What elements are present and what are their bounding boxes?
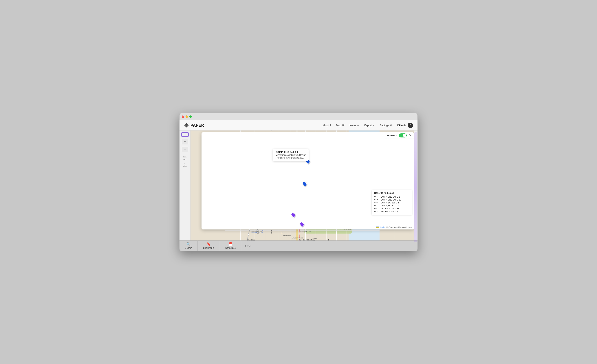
right-sidebar <box>414 131 417 240</box>
svg-text:Clark Street: Clark Street <box>247 239 255 240</box>
legend-type-3: LEC <box>374 205 379 207</box>
bookmarks-tab-label: Bookmarks <box>203 247 214 249</box>
svg-text:P: P <box>282 232 283 234</box>
minimap-overlay: MINIMAP ✕ COMP_ENG 346-0-1 Microprocesso… <box>202 132 414 230</box>
search-tab-icon: 🔍 <box>187 242 190 246</box>
bookmarks-tab[interactable]: 🔖 Bookmarks <box>198 241 220 251</box>
title-bar <box>180 113 417 120</box>
app-body: PAPER About ℹ Map 🗺 Notes ✏ Export ↗ <box>180 120 417 251</box>
nav-about-label: About <box>322 124 329 127</box>
legend-box: Hover to find class LEC COMP_ENG 346-0-1… <box>372 190 412 215</box>
export-icon: ↗ <box>373 124 375 127</box>
map-icon: 🗺 <box>342 124 344 127</box>
location-popup[interactable]: COMP_ENG 346-0-1 Microprocessor System D… <box>273 149 309 161</box>
sidebar-zoom-out-button[interactable]: − <box>182 147 188 152</box>
user-badge: Dilan N D <box>397 123 413 128</box>
schedules-tab[interactable]: 📅 Schedules <box>220 241 241 251</box>
legend-item-2: SEM COMP_SCI 396-0-4 <box>374 201 409 204</box>
map-pin-4[interactable] <box>300 222 304 226</box>
svg-text:✛: ✛ <box>328 239 329 240</box>
traffic-lights <box>182 116 192 118</box>
minimap-toggle[interactable] <box>399 133 407 138</box>
nav-settings-label: Settings <box>380 124 389 127</box>
main-content: + − Sea...No...n...usin... <box>180 131 417 240</box>
legend-course-5: RELIGION 210-0-20 <box>381 210 399 213</box>
legend-type-1: LAB <box>374 199 379 201</box>
nav-settings[interactable]: Settings ⚙ <box>380 124 392 127</box>
minimap-close-button[interactable]: ✕ <box>409 134 412 137</box>
pin-blue-icon-2 <box>302 181 308 187</box>
nav-export-label: Export <box>364 124 372 127</box>
svg-text:Emerson Street: Emerson Street <box>300 230 311 232</box>
bottom-bar: 🔍 Search 🔖 Bookmarks 📅 Schedules 6 PM <box>180 240 417 251</box>
minimize-button[interactable] <box>186 116 188 118</box>
bookmarks-tab-icon: 🔖 <box>207 242 211 246</box>
legend-course-0: COMP_ENG 346-0-1 <box>381 196 400 198</box>
legend-type-0: LEC <box>374 196 379 198</box>
popup-course-name: Microprocessor System Design <box>275 154 306 156</box>
pin-purple-icon-2 <box>299 221 305 227</box>
edit-icon: ✏ <box>357 124 359 127</box>
legend-course-2: COMP_SCI 396-0-4 <box>381 201 399 204</box>
nav-notes-label: Notes <box>349 124 356 127</box>
search-tab-label: Search <box>185 247 192 249</box>
osm-attribution: © OpenStreetMap contributors <box>387 226 412 228</box>
sidebar-zoom-in-button[interactable]: + <box>182 139 188 144</box>
paper-logo-icon <box>184 123 189 128</box>
nav-links: About ℹ Map 🗺 Notes ✏ Export ↗ Settings <box>322 123 413 128</box>
legend-type-5: LEC <box>374 210 379 213</box>
legend-item-3: LEC COMP_SCI 327-0-1 <box>374 204 409 207</box>
legend-type-2: SEM <box>374 201 379 204</box>
legend-item-5: LEC RELIGION 210-0-20 <box>374 210 409 213</box>
left-sidebar: + − Sea...No...n...usin... <box>180 131 190 240</box>
svg-text:Arch: Arch <box>313 239 316 240</box>
popup-location: Frances Searle Building 2407 <box>275 156 306 159</box>
map-pin-3[interactable] <box>291 213 295 217</box>
sidebar-info: Sea...No...n...usin... <box>181 154 189 169</box>
popup-course-id: COMP_ENG 346-0-1 <box>275 151 306 153</box>
map-attribution: Leaflet | © OpenStreetMap contributors <box>376 226 412 228</box>
svg-text:Elgin Road: Elgin Road <box>283 235 291 237</box>
top-nav: PAPER About ℹ Map 🗺 Notes ✏ Export ↗ <box>180 120 417 131</box>
pin-purple-icon-1 <box>290 212 296 218</box>
nav-about[interactable]: About ℹ <box>322 124 331 127</box>
close-button[interactable] <box>182 116 184 118</box>
app-logo: PAPER <box>184 123 204 128</box>
map-pin-2[interactable] <box>303 181 306 186</box>
nav-export[interactable]: Export ↗ <box>364 124 375 127</box>
legend-title: Hover to find class <box>374 192 409 194</box>
minimap-label: MINIMAP <box>387 134 397 137</box>
svg-text:University Place: University Place <box>292 237 303 239</box>
avatar[interactable]: D <box>408 123 413 128</box>
time-display: 6 PM <box>245 244 251 247</box>
legend-item-1: LAB COMP_ENG 346-0-20 <box>374 198 409 201</box>
sidebar-highlight-pill <box>181 132 189 137</box>
legend-item-0: LEC COMP_ENG 346-0-1 <box>374 195 409 198</box>
nav-map-label: Map <box>336 124 341 127</box>
app-window: PAPER About ℹ Map 🗺 Notes ✏ Export ↗ <box>179 113 418 251</box>
minimap-toggle-knob <box>403 134 406 137</box>
map-container[interactable]: P P P P P P P Colfax Street Colfax Stree… <box>190 131 414 240</box>
leaflet-link[interactable]: Leaflet <box>380 226 385 228</box>
minimap-header: MINIMAP ✕ <box>385 132 414 139</box>
fullscreen-button[interactable] <box>189 116 192 118</box>
nav-map[interactable]: Map 🗺 <box>336 124 344 127</box>
user-name: Dilan N <box>397 124 406 127</box>
legend-type-4: DIS <box>374 208 379 210</box>
legend-course-3: COMP_SCI 327-0-1 <box>381 205 399 207</box>
legend-course-1: COMP_ENG 346-0-20 <box>381 199 401 201</box>
legend-item-4: DIS RELIGION 210-0-68 <box>374 207 409 210</box>
logo-text: PAPER <box>190 123 204 128</box>
schedules-tab-label: Schedules <box>225 247 236 249</box>
search-tab[interactable]: 🔍 Search <box>180 241 198 251</box>
legend-course-4: RELIGION 210-0-68 <box>381 208 399 210</box>
svg-text:Clark Street: Clark Street <box>299 239 307 240</box>
settings-icon: ⚙ <box>390 124 392 127</box>
schedules-tab-icon: 📅 <box>228 242 233 246</box>
info-icon: ℹ <box>330 124 331 127</box>
svg-text:✛: ✛ <box>255 230 257 232</box>
svg-text:✛: ✛ <box>290 240 292 240</box>
nav-notes[interactable]: Notes ✏ <box>349 124 359 127</box>
time-bar: 6 PM <box>241 241 417 251</box>
avatar-initial: D <box>409 124 411 127</box>
